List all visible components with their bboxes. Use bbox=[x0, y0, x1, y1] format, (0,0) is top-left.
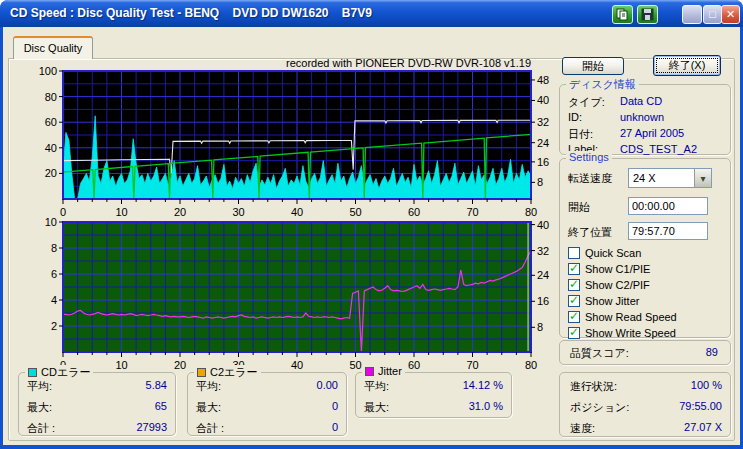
checkbox-show-jitter[interactable]: ✓Show Jitter bbox=[568, 294, 639, 308]
legend-color-icon bbox=[197, 368, 206, 377]
stat-label: 合計 : bbox=[196, 422, 224, 434]
svg-text:0: 0 bbox=[60, 206, 66, 218]
progress-value: 27.07 X bbox=[684, 421, 722, 433]
progress-label: 進行状況: bbox=[570, 380, 617, 392]
chevron-down-icon[interactable]: ▾ bbox=[694, 169, 711, 187]
close-icon: ✕ bbox=[726, 9, 735, 20]
speed-combobox[interactable]: 24 X ▾ bbox=[628, 168, 712, 188]
svg-text:40: 40 bbox=[45, 142, 57, 154]
svg-text:16: 16 bbox=[537, 156, 549, 168]
svg-text:60: 60 bbox=[45, 116, 57, 128]
checkmark-icon: ✓ bbox=[569, 277, 579, 291]
checkbox-show-c1-pie[interactable]: ✓Show C1/PIE bbox=[568, 262, 650, 276]
svg-text:50: 50 bbox=[349, 206, 361, 218]
stat-box-title: Jitter bbox=[362, 365, 405, 377]
progress-row: 速度:27.07 X bbox=[570, 421, 722, 436]
checkbox-label: Quick Scan bbox=[585, 247, 641, 259]
start-button[interactable]: 開始 bbox=[562, 57, 624, 75]
legend-color-icon bbox=[28, 368, 37, 377]
checkbox-label: Show C1/PIE bbox=[585, 263, 650, 275]
svg-text:20: 20 bbox=[174, 206, 186, 218]
stat-row: 合計 :27993 bbox=[27, 421, 167, 436]
svg-text:30: 30 bbox=[232, 206, 244, 218]
stat-value: 27993 bbox=[136, 421, 167, 433]
disc-info-title: ディスク情報 bbox=[566, 77, 639, 92]
stat-value: 0 bbox=[332, 400, 338, 412]
checkbox-show-read-speed[interactable]: ✓Show Read Speed bbox=[568, 310, 677, 324]
quality-chart: 204060801004840322416801020304050607080r… bbox=[38, 58, 552, 216]
checked-checkbox-icon[interactable]: ✓ bbox=[568, 263, 580, 275]
svg-text:80: 80 bbox=[45, 91, 57, 103]
svg-text:60: 60 bbox=[408, 359, 420, 371]
stat-row: 平均:0.00 bbox=[196, 379, 338, 394]
close-button[interactable]: ✕ bbox=[721, 5, 740, 24]
stat-box-title: CDエラー bbox=[25, 365, 93, 380]
stat-row: 最大:65 bbox=[27, 400, 167, 415]
disc-info-row: タイプ:Data CD bbox=[568, 95, 724, 110]
stat-value: 0.00 bbox=[317, 379, 338, 391]
start-position-field[interactable]: 00:00.00 bbox=[628, 197, 708, 215]
svg-text:10: 10 bbox=[115, 206, 127, 218]
title-bar[interactable]: CD Speed : Disc Quality Test - BENQ DVD … bbox=[0, 0, 743, 27]
svg-text:40: 40 bbox=[537, 94, 549, 106]
jitter-chart: 24681040322416801020304050607080 bbox=[38, 218, 552, 370]
quality-score-value: 89 bbox=[706, 346, 718, 358]
svg-text:40: 40 bbox=[291, 206, 303, 218]
maximize-button[interactable]: □ bbox=[703, 5, 722, 24]
progress-row: ポジション:79:55.00 bbox=[570, 400, 722, 415]
svg-text:70: 70 bbox=[466, 359, 478, 371]
stat-label: 最大: bbox=[364, 401, 389, 413]
svg-text:100: 100 bbox=[39, 65, 57, 77]
stat-box-jitter: Jitter平均:14.12 %最大:31.0 % bbox=[355, 372, 512, 418]
stat-box-title: C2エラー bbox=[194, 365, 261, 380]
stat-label: 合計 : bbox=[27, 422, 55, 434]
maximize-icon: □ bbox=[709, 9, 716, 20]
disc-info-row: 日付:27 April 2005 bbox=[568, 127, 724, 142]
svg-text:2: 2 bbox=[51, 320, 57, 332]
checkbox-label: Show Read Speed bbox=[585, 311, 677, 323]
checked-checkbox-icon[interactable]: ✓ bbox=[568, 295, 580, 307]
save-button[interactable] bbox=[637, 5, 658, 24]
progress-row: 進行状況:100 % bbox=[570, 379, 722, 394]
checkmark-icon: ✓ bbox=[569, 261, 579, 275]
svg-text:40: 40 bbox=[291, 359, 303, 371]
quality-score-group: 品質スコア: 89 bbox=[559, 340, 731, 365]
svg-text:80: 80 bbox=[525, 359, 537, 371]
minimize-icon: _ bbox=[689, 13, 695, 24]
settings-group: Settings 転送速度 24 X ▾ 開始 00:00.00 終了位置 79… bbox=[559, 158, 731, 338]
checkbox-show-write-speed[interactable]: ✓Show Write Speed bbox=[568, 326, 676, 340]
checked-checkbox-icon[interactable]: ✓ bbox=[568, 279, 580, 291]
unchecked-checkbox-icon[interactable] bbox=[568, 247, 580, 259]
svg-text:80: 80 bbox=[525, 206, 537, 218]
checkbox-label: Show Write Speed bbox=[585, 327, 676, 339]
svg-text:8: 8 bbox=[51, 242, 57, 254]
disc-info-label: 日付: bbox=[568, 128, 593, 140]
svg-text:40: 40 bbox=[537, 219, 549, 231]
minimize-button[interactable]: _ bbox=[682, 5, 702, 24]
end-position-field[interactable]: 79:57.70 bbox=[628, 222, 708, 240]
checked-checkbox-icon[interactable]: ✓ bbox=[568, 311, 580, 323]
checkbox-label: Show C2/PIF bbox=[585, 279, 650, 291]
checkbox-quick-scan[interactable]: Quick Scan bbox=[568, 246, 641, 260]
svg-text:32: 32 bbox=[537, 245, 549, 257]
disc-info-label: ID: bbox=[568, 111, 582, 123]
end-position-label: 終了位置 bbox=[568, 225, 612, 240]
svg-text:4: 4 bbox=[51, 294, 57, 306]
speed-label: 転送速度 bbox=[568, 171, 612, 186]
stat-label: 最大: bbox=[27, 401, 52, 413]
settings-title: Settings bbox=[566, 151, 612, 163]
disc-info-label: タイプ: bbox=[568, 96, 605, 108]
progress-group: 進行状況:100 %ポジション:79:55.00速度:27.07 X bbox=[559, 372, 731, 437]
focus-rectangle bbox=[657, 59, 717, 72]
tab-disc-quality[interactable]: Disc Quality bbox=[13, 36, 93, 59]
floppy-disk-icon bbox=[641, 8, 654, 21]
svg-text:24: 24 bbox=[537, 269, 549, 281]
stat-label: 平均: bbox=[364, 380, 389, 392]
svg-text:60: 60 bbox=[408, 206, 420, 218]
exit-button[interactable]: 終了(X) bbox=[653, 55, 721, 76]
stat-value: 14.12 % bbox=[463, 379, 503, 391]
checkbox-show-c2-pif[interactable]: ✓Show C2/PIF bbox=[568, 278, 650, 292]
speed-combobox-value: 24 X bbox=[633, 172, 656, 184]
copy-button[interactable] bbox=[612, 5, 633, 24]
checked-checkbox-icon[interactable]: ✓ bbox=[568, 327, 580, 339]
